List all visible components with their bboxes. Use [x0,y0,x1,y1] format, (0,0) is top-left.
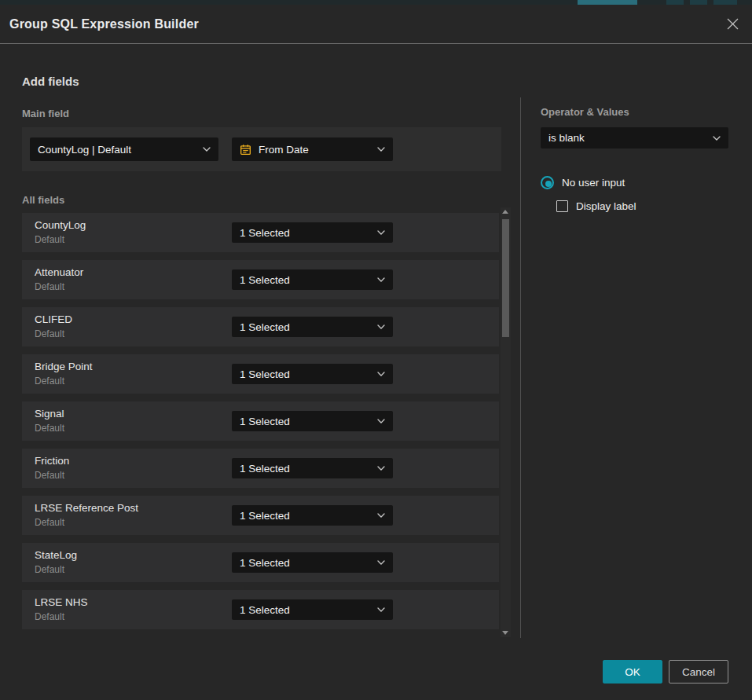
field-row: CLIFED Default 1 Selected [22,307,499,346]
operator-dropdown[interactable]: is blank [541,127,728,148]
chevron-down-icon [377,324,385,329]
field-row: LRSE NHS Default 1 Selected [22,590,499,629]
main-field-label: Main field [22,108,69,119]
field-row: CountyLog Default 1 Selected [22,213,499,252]
field-row: Friction Default 1 Selected [22,449,499,488]
field-sublabel: Default [35,564,64,575]
field-selection-value: 1 Selected [240,321,371,333]
chevron-down-icon [203,147,211,152]
scroll-down-arrow-icon[interactable] [502,631,508,635]
display-label-checkbox[interactable] [556,200,568,212]
field-selection-dropdown[interactable]: 1 Selected [232,269,393,290]
field-selection-dropdown[interactable]: 1 Selected [232,458,393,478]
chevron-down-icon [377,147,385,152]
field-sublabel: Default [35,376,64,387]
chevron-down-icon [377,607,385,612]
field-selection-value: 1 Selected [240,604,371,616]
field-selection-dropdown[interactable]: 1 Selected [232,222,393,243]
chevron-down-icon [377,513,385,518]
close-button[interactable] [724,16,741,33]
all-fields-list: CountyLog Default 1 Selected Attenuator … [22,213,499,637]
field-sublabel: Default [35,517,64,528]
field-selection-dropdown[interactable]: 1 Selected [232,505,393,526]
main-field-box: CountyLog | Default From Date [22,127,501,171]
dialog-header: Group SQL Expression Builder [0,5,752,44]
field-row: LRSE Reference Post Default 1 Selected [22,496,499,535]
date-field-calendar-icon [240,144,251,156]
dialog-title: Group SQL Expression Builder [9,17,199,31]
field-selection-value: 1 Selected [240,227,371,239]
add-fields-heading: Add fields [22,75,79,88]
field-row: Signal Default 1 Selected [22,401,499,441]
chevron-down-icon [377,419,385,423]
scrollbar-thumb[interactable] [502,219,509,337]
field-name: CountyLog [35,219,86,231]
cancel-button[interactable]: Cancel [669,660,728,684]
field-selection-value: 1 Selected [240,557,371,569]
chevron-down-icon [377,230,385,235]
field-row: Attenuator Default 1 Selected [22,260,499,299]
field-name: LRSE Reference Post [35,502,138,514]
group-sql-expression-builder-dialog: Group SQL Expression Builder Add fields … [0,5,752,700]
field-sublabel: Default [35,281,64,292]
field-selection-dropdown[interactable]: 1 Selected [232,552,393,573]
field-sublabel: Default [35,328,64,339]
field-selection-value: 1 Selected [240,463,371,475]
no-user-input-radio[interactable] [541,176,554,189]
ok-button[interactable]: OK [603,660,662,684]
no-user-input-label: No user input [562,177,625,189]
field-name: Signal [35,408,64,420]
main-field-field-value: From Date [259,144,371,156]
field-selection-value: 1 Selected [240,368,371,380]
panel-divider [520,97,521,638]
scroll-up-arrow-icon[interactable] [502,210,508,214]
field-sublabel: Default [35,423,64,434]
field-name: Bridge Point [35,361,93,372]
field-row: StateLog Default 1 Selected [22,543,499,582]
display-label-label: Display label [576,200,636,212]
display-label-option[interactable]: Display label [556,200,636,212]
chevron-down-icon [377,372,385,376]
field-name: Friction [35,455,69,467]
field-name: LRSE NHS [35,596,88,608]
field-name: StateLog [35,549,77,561]
field-selection-dropdown[interactable]: 1 Selected [232,411,393,431]
field-selection-dropdown[interactable]: 1 Selected [232,599,393,620]
no-user-input-option[interactable]: No user input [541,176,625,189]
field-sublabel: Default [35,470,64,481]
chevron-down-icon [713,136,721,141]
operator-values-heading: Operator & Values [541,106,629,118]
field-sublabel: Default [35,234,64,245]
field-selection-dropdown[interactable]: 1 Selected [232,364,393,384]
chevron-down-icon [377,466,385,471]
main-field-source-value: CountyLog | Default [38,144,196,156]
field-selection-dropdown[interactable]: 1 Selected [232,317,393,337]
field-name: CLIFED [35,313,72,325]
main-field-source-dropdown[interactable]: CountyLog | Default [30,137,218,161]
field-selection-value: 1 Selected [240,416,371,427]
field-name: Attenuator [35,266,83,278]
field-selection-value: 1 Selected [240,510,371,522]
fields-list-scrollbar[interactable] [501,207,511,637]
field-row: Bridge Point Default 1 Selected [22,354,499,394]
chevron-down-icon [377,277,385,282]
all-fields-label: All fields [22,194,64,206]
field-selection-value: 1 Selected [240,274,371,286]
main-field-field-dropdown[interactable]: From Date [232,137,393,161]
operator-value: is blank [548,132,706,144]
close-icon [726,17,739,31]
field-sublabel: Default [35,611,64,622]
chevron-down-icon [377,560,385,565]
